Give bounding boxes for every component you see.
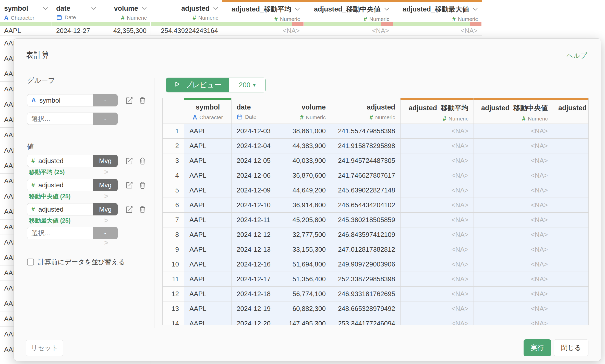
bg-column-header[interactable]: adjusted#Numeric — [151, 0, 222, 22]
aggregation-badge[interactable]: Mvg — [93, 179, 118, 191]
value-column-field[interactable]: #adjusted — [27, 203, 93, 215]
table-cell: 2024-12-27 — [52, 26, 100, 35]
value-column-field[interactable]: #adjusted — [27, 155, 93, 167]
edit-icon[interactable] — [125, 205, 133, 213]
bg-column-header[interactable]: symbolACharacter — [0, 0, 52, 22]
checkbox[interactable] — [27, 259, 34, 265]
expand-chevron-icon[interactable]: > — [104, 192, 108, 200]
row-number-cell: 10 — [163, 257, 184, 272]
preview-cell: <NA> — [474, 198, 553, 212]
preview-cell: <NA> — [553, 301, 589, 316]
aggregation-badge[interactable]: Mvg — [93, 155, 118, 167]
edit-icon[interactable] — [125, 96, 133, 104]
preview-column-header: adjusted#Numeric — [331, 98, 401, 124]
help-link[interactable]: ヘルプ — [566, 51, 587, 60]
chevron-down-icon[interactable] — [384, 8, 389, 11]
preview-button[interactable]: プレビュー — [166, 78, 229, 92]
bg-column-header[interactable]: adjusted_移動中央値#Numeric — [304, 0, 393, 22]
aggregation-badge[interactable]: - — [93, 113, 118, 125]
preview-cell: 2024-12-03 — [232, 124, 280, 138]
chevron-down-icon[interactable] — [213, 7, 218, 10]
reset-button[interactable]: リセット — [26, 340, 63, 356]
preview-cell: <NA> — [401, 287, 474, 301]
chevron-down-icon[interactable] — [473, 8, 478, 11]
column-name: adjusted_移動平均 — [232, 5, 291, 14]
preview-cell: 45,205,800 — [280, 213, 331, 227]
expand-chevron-icon[interactable]: > — [104, 168, 108, 176]
preview-row: 14AAPL2024-12-20147,495,300253.344177246… — [163, 316, 589, 325]
run-button[interactable]: 実行 — [524, 339, 551, 356]
preview-cell: <NA> — [553, 257, 589, 272]
preview-cell: 56,774,100 — [280, 287, 331, 301]
chevron-down-icon[interactable] — [43, 7, 48, 10]
trash-icon[interactable] — [139, 96, 146, 104]
column-type: Numeric — [449, 116, 468, 122]
preview-cell: <NA> — [553, 198, 589, 212]
column-accent-bar — [553, 98, 589, 100]
preview-row: 10AAPL2024-12-1651,694,800249.9097290039… — [163, 257, 589, 272]
field-value: symbol — [39, 96, 60, 104]
field-value: adjusted — [38, 205, 63, 213]
column-name-row: adjusted_移動中央値 — [308, 5, 389, 14]
bg-column-header[interactable]: dateDate — [52, 0, 100, 22]
numeric-icon: # — [522, 115, 525, 122]
table-cell: 254.439224243164 — [151, 26, 222, 35]
column-type-row: Date — [237, 114, 275, 120]
column-type-row: #Numeric — [558, 115, 589, 122]
preview-cell: 2024-12-18 — [232, 287, 280, 301]
aggregation-badge[interactable]: Mvg — [93, 203, 118, 215]
edit-icon[interactable] — [125, 181, 133, 189]
bg-column-header[interactable]: volume#Numeric — [100, 0, 151, 22]
row-number-cell: 8 — [163, 227, 184, 242]
calculation-detail-row: 移動中央値 (25)> — [29, 193, 118, 200]
aggregation-badge[interactable]: - — [93, 94, 118, 106]
column-type: Numeric — [375, 114, 395, 120]
column-type: Numeric — [306, 114, 326, 120]
trash-icon[interactable] — [139, 181, 146, 189]
column-type-row: #Numeric — [336, 114, 395, 121]
preview-cell: <NA> — [474, 124, 553, 138]
preview-cell: <NA> — [474, 139, 553, 153]
trash-icon[interactable] — [139, 205, 146, 213]
preview-cell: 60,882,300 — [280, 301, 331, 316]
chevron-down-icon[interactable] — [295, 8, 300, 11]
row-number-cell: 7 — [163, 213, 184, 227]
character-icon: A — [4, 14, 8, 21]
preview-row: 8AAPL2024-12-1232,777,500246.84359741210… — [163, 227, 589, 242]
aggregation-badge[interactable]: - — [93, 227, 118, 239]
group-column-field[interactable]: 選択... — [27, 113, 93, 125]
preview-cell: <NA> — [401, 301, 474, 316]
bg-column-header[interactable]: adjusted_移動平均#Numeric — [222, 0, 304, 22]
value-column-field[interactable]: #adjusted — [27, 179, 93, 191]
expand-chevron-icon[interactable]: > — [104, 217, 108, 225]
calendar-icon — [237, 114, 243, 120]
chevron-down-icon[interactable] — [91, 7, 96, 10]
column-accent-bar — [474, 98, 553, 100]
preview-cell: 2024-12-11 — [232, 213, 280, 227]
preview-cell: <NA> — [553, 287, 589, 301]
preview-cell: 51,356,400 — [280, 272, 331, 286]
preview-cell: <NA> — [401, 153, 474, 168]
calculation-label: 移動最大値 (25) — [29, 217, 70, 225]
close-button[interactable]: 閉じる — [554, 339, 588, 356]
preview-cell: <NA> — [474, 213, 553, 227]
preview-limit-dropdown[interactable]: 200 ▾ — [229, 78, 265, 92]
bg-column-header[interactable]: adjusted_移動最大値#Numeric — [393, 0, 482, 22]
edit-icon[interactable] — [125, 157, 133, 165]
preview-row: 5AAPL2024-12-0944,649,200245.63902282714… — [163, 183, 589, 198]
column-type: Character — [11, 15, 34, 21]
calculation-detail-row: 移動平均 (25)> — [29, 168, 118, 176]
value-column-field[interactable]: 選択... — [27, 227, 93, 239]
preview-cell: 36,870,600 — [280, 168, 331, 183]
column-name: adjusted — [181, 5, 210, 13]
preview-cell: 2024-12-20 — [232, 316, 280, 325]
chevron-down-icon[interactable] — [142, 7, 147, 10]
trash-icon[interactable] — [139, 157, 146, 165]
group-column-field[interactable]: Asymbol — [27, 94, 93, 106]
column-type-row: #Numeric — [104, 14, 147, 21]
column-type: Character — [199, 114, 223, 120]
column-type-row: #Numeric — [406, 115, 468, 122]
preview-cell: <NA> — [474, 242, 553, 257]
expand-chevron-icon[interactable]: > — [104, 239, 108, 247]
preview-cell: AAPL — [184, 272, 232, 286]
